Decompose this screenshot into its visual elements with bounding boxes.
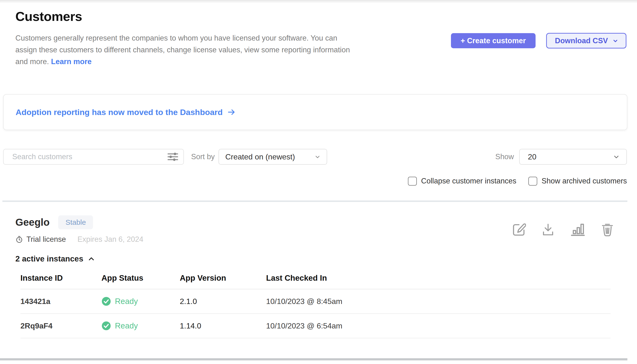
app-status-text: Ready [115,321,138,330]
show-archived-label: Show archived customers [542,177,627,185]
create-customer-button[interactable]: + Create customer [451,33,535,48]
customer-actions [511,222,614,237]
list-controls: Sort by Created on (newest) Show 20 [3,149,627,165]
channel-badge: Stable [58,215,93,229]
col-app-version: App Version [180,274,266,282]
description-line-1: Customers generally represent the compan… [15,34,337,42]
chevron-down-icon [612,152,621,161]
description-line-3: and more. [15,58,49,66]
bar-chart-icon[interactable] [570,222,585,237]
active-instances-toggle[interactable]: 2 active instances [15,254,614,264]
license-type: Trial license [27,235,66,244]
app-status-cell: Ready [101,321,180,331]
instances-table: Instance ID App Status App Version Last … [21,270,610,338]
customer-identity: Geeglo Stable Trial license Expires Jan … [15,215,511,244]
col-last-checked-in: Last Checked In [266,274,610,282]
instance-id-cell: 2Rq9aF4 [21,322,101,330]
header-text-block: Customers Customers generally represent … [15,9,451,68]
checkbox-box[interactable] [528,177,537,186]
check-circle-icon [101,321,111,331]
app-version-cell: 1.14.0 [180,322,266,330]
section-divider [3,200,627,202]
trash-icon[interactable] [600,222,614,237]
last-checked-in-cell: 10/10/2023 @ 8:45am [266,297,610,306]
download-csv-label: Download CSV [555,36,608,45]
timer-icon [15,236,23,243]
description-line-2: assign these customers to different chan… [15,46,350,54]
show-archived-checkbox[interactable]: Show archived customers [528,177,627,186]
collapse-instances-checkbox[interactable]: Collapse customer instances [408,177,516,186]
header-actions: + Create customer Download CSV [451,33,626,48]
col-instance-id: Instance ID [21,274,101,282]
arrow-right-icon [227,108,236,117]
col-app-status: App Status [101,274,180,282]
customer-name[interactable]: Geeglo [15,216,50,228]
filter-checkboxes: Collapse customer instances Show archive… [0,176,627,186]
instance-id-cell: 143421a [21,297,101,306]
customer-card: Geeglo Stable Trial license Expires Jan … [15,215,614,338]
show-label: Show [495,152,514,161]
check-circle-icon [101,296,111,306]
show-dropdown-value: 20 [528,152,537,161]
active-instances-label: 2 active instances [15,254,83,264]
adoption-banner-text: Adoption reporting has now moved to the … [16,108,223,117]
checkbox-box[interactable] [408,177,417,186]
chevron-up-icon [87,255,95,263]
adoption-banner[interactable]: Adoption reporting has now moved to the … [3,94,627,130]
license-expires: Expires Jan 6, 2024 [77,235,143,244]
app-version-cell: 2.1.0 [180,297,266,306]
search-input[interactable] [3,149,184,165]
app-status-cell: Ready [101,296,180,306]
sliders-icon[interactable] [167,152,179,162]
page-title: Customers [15,9,451,24]
sort-dropdown-value: Created on (newest) [225,152,295,161]
learn-more-link[interactable]: Learn more [51,58,92,66]
sort-dropdown[interactable]: Created on (newest) [219,149,327,165]
search-wrap [3,149,184,165]
table-row[interactable]: 2Rq9aF4 Ready 1.14.0 10/10/2023 @ 6:54am [21,314,610,338]
table-row[interactable]: 143421a Ready 2.1.0 10/10/2023 @ 8:45am [21,289,610,314]
download-csv-button[interactable]: Download CSV [546,33,626,48]
sort-by-label: Sort by [191,152,215,161]
app-status-text: Ready [115,297,138,306]
chevron-down-icon [612,37,619,44]
customers-page: Customers Customers generally represent … [0,0,637,338]
chevron-down-icon [314,153,321,161]
page-header: Customers Customers generally represent … [15,9,626,68]
collapse-instances-label: Collapse customer instances [421,177,516,185]
download-icon[interactable] [541,222,555,237]
table-header-row: Instance ID App Status App Version Last … [21,270,610,289]
edit-icon[interactable] [511,222,526,237]
page-description: Customers generally represent the compan… [15,32,451,68]
bottom-divider [0,358,627,360]
show-dropdown[interactable]: 20 [519,149,627,165]
last-checked-in-cell: 10/10/2023 @ 6:54am [266,322,610,330]
